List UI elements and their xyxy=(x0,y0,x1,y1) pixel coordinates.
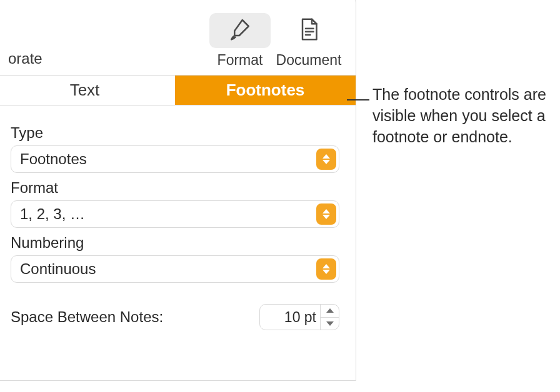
document-button[interactable]: Document xyxy=(274,8,343,70)
tab-footnotes[interactable]: Footnotes xyxy=(175,76,356,105)
updown-icon xyxy=(316,258,336,280)
space-between-row: Space Between Notes: 10 pt xyxy=(11,304,339,330)
toolbar-right-group: Format Document xyxy=(206,8,343,70)
space-between-value: 10 pt xyxy=(284,309,316,326)
inspector-panel: orate Format xyxy=(0,0,356,381)
callout-text: The footnote controls are visible when y… xyxy=(372,84,560,147)
brush-icon xyxy=(228,17,252,44)
updown-icon xyxy=(316,149,336,170)
space-between-label: Space Between Notes: xyxy=(11,308,247,326)
space-between-stepper[interactable]: 10 pt xyxy=(259,304,339,330)
callout-leader-line xyxy=(347,99,369,100)
updown-icon xyxy=(316,203,336,225)
document-label: Document xyxy=(276,52,342,69)
format-popup[interactable]: 1, 2, 3, … xyxy=(11,200,339,228)
toolbar: orate Format xyxy=(0,0,356,76)
tab-text[interactable]: Text xyxy=(0,76,175,105)
type-value: Footnotes xyxy=(20,150,87,168)
toolbar-truncated-item: orate xyxy=(7,50,203,70)
format-label: Format xyxy=(11,179,339,197)
numbering-label: Numbering xyxy=(11,234,339,252)
format-button[interactable]: Format xyxy=(206,8,274,70)
type-popup[interactable]: Footnotes xyxy=(11,145,339,173)
format-value: 1, 2, 3, … xyxy=(20,205,85,223)
type-label: Type xyxy=(11,124,339,142)
stepper-arrows[interactable] xyxy=(320,305,339,330)
numbering-popup[interactable]: Continuous xyxy=(11,255,339,283)
document-icon xyxy=(296,17,321,44)
inspector-tabbar: Text Footnotes xyxy=(0,76,356,105)
numbering-value: Continuous xyxy=(20,260,96,278)
footnotes-content: Type Footnotes Format 1, 2, 3, … Numberi… xyxy=(0,105,356,343)
format-label: Format xyxy=(218,52,263,69)
